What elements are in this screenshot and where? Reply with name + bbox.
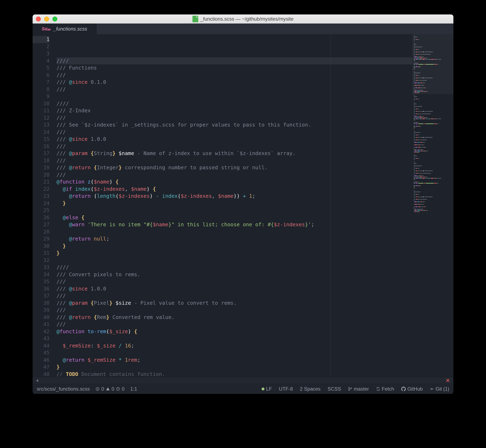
line-number[interactable]: 43 — [33, 335, 49, 342]
line-number[interactable]: 11 — [33, 107, 49, 114]
line-number[interactable]: 13 — [33, 121, 49, 129]
line-number[interactable]: 35 — [33, 278, 49, 285]
code-line[interactable]: } — [56, 364, 412, 371]
code-line[interactable]: /// — [56, 72, 412, 79]
line-number[interactable]: 9 — [33, 93, 49, 100]
code-line[interactable]: /// — [56, 278, 412, 285]
status-branch[interactable]: master — [348, 386, 369, 392]
close-window-button[interactable] — [36, 16, 41, 22]
line-number[interactable]: 24 — [33, 200, 49, 207]
code-line[interactable]: @function z($name) { — [56, 178, 412, 186]
status-line-ending[interactable]: LF — [262, 386, 272, 392]
line-number[interactable]: 7 — [33, 79, 49, 86]
maximize-window-button[interactable] — [52, 16, 57, 22]
code-line[interactable]: $_remSize: $_size / 16; — [56, 342, 412, 350]
line-number[interactable]: 31 — [33, 250, 49, 257]
line-number[interactable]: 42 — [33, 328, 49, 335]
line-number[interactable]: 36 — [33, 285, 49, 293]
code-line[interactable]: } — [56, 200, 412, 207]
code-line[interactable]: /// @since 0.1.0 — [56, 79, 412, 86]
code-line[interactable]: /// @return {Rem} Converted rem value. — [56, 314, 412, 321]
code-line[interactable]: /// — [56, 171, 412, 179]
code-line[interactable]: /// Functions — [56, 64, 412, 72]
code-line[interactable] — [56, 93, 412, 100]
code-line[interactable]: /// @since 1.0.0 — [56, 285, 412, 293]
code-line[interactable]: /// — [56, 86, 412, 93]
code-line[interactable]: /// — [56, 307, 412, 314]
code-line[interactable]: @return (length($z-indexes) - index($z-i… — [56, 193, 412, 200]
line-number[interactable]: 16 — [33, 143, 49, 150]
code-line[interactable]: @warn 'There is no item "#{$name}" in th… — [56, 221, 412, 228]
status-github[interactable]: GitHub — [401, 386, 423, 392]
line-number[interactable]: 22 — [33, 186, 49, 193]
line-number[interactable]: 34 — [33, 271, 49, 278]
tab-functions-scss[interactable]: Sα𝓈𝓈 _functions.scss — [33, 24, 96, 34]
line-number[interactable]: 25 — [33, 207, 49, 214]
code-line[interactable]: /// — [56, 292, 412, 300]
minimap[interactable] — [412, 34, 453, 377]
code-line[interactable]: /// Z-Index — [56, 107, 412, 114]
line-number[interactable]: 18 — [33, 157, 49, 164]
code-line[interactable]: /// @param {Pixel} $size - Pixel value t… — [56, 300, 412, 307]
add-pane-button[interactable]: + — [36, 377, 39, 384]
line-number[interactable]: 46 — [33, 357, 49, 364]
code-line[interactable]: /// Convert pixels to rems. — [56, 271, 412, 278]
line-number[interactable]: 12 — [33, 114, 49, 122]
line-number[interactable]: 6 — [33, 72, 49, 79]
close-pane-button[interactable]: ✕ — [446, 377, 450, 384]
status-grammar[interactable]: SCSS — [328, 386, 341, 392]
line-number[interactable]: 48 — [33, 371, 49, 378]
line-number[interactable]: 30 — [33, 243, 49, 250]
line-number[interactable]: 21 — [33, 178, 49, 186]
line-number[interactable]: 8 — [33, 86, 49, 93]
line-number[interactable]: 26 — [33, 214, 49, 221]
line-number[interactable]: 45 — [33, 349, 49, 357]
code-line[interactable]: } — [56, 243, 412, 250]
line-number[interactable]: 27 — [33, 221, 49, 228]
line-number[interactable]: 37 — [33, 292, 49, 300]
line-number[interactable]: 4 — [33, 57, 49, 65]
code-line[interactable] — [56, 349, 412, 357]
code-line[interactable]: @function to-rem($_size) { — [56, 328, 412, 335]
code-line[interactable]: @if index($z-indexes, $name) { — [56, 186, 412, 193]
line-number[interactable]: 5 — [33, 64, 49, 72]
line-number[interactable]: 32 — [33, 257, 49, 264]
code-line[interactable]: /// @param {String} $name - Name of z-in… — [56, 150, 412, 157]
code-line[interactable]: //// — [56, 57, 412, 65]
status-cursor-position[interactable]: 1:1 — [130, 386, 137, 392]
code-line[interactable] — [56, 207, 412, 214]
minimize-window-button[interactable] — [44, 16, 49, 22]
line-number[interactable]: 40 — [33, 314, 49, 321]
line-number[interactable]: 10 — [33, 100, 49, 107]
code-line[interactable]: /// — [56, 143, 412, 150]
code-editor[interactable]: /////// Functions////// @since 0.1.0/// … — [53, 34, 412, 377]
code-line[interactable] — [56, 228, 412, 236]
code-line[interactable] — [56, 257, 412, 264]
line-number[interactable]: 19 — [33, 164, 49, 171]
code-line[interactable]: @return $_remSize * 1rem; — [56, 357, 412, 364]
status-fetch[interactable]: Fetch — [376, 386, 394, 392]
code-line[interactable]: /// — [56, 114, 412, 122]
status-encoding[interactable]: UTF-8 — [279, 386, 293, 392]
code-line[interactable]: //// — [56, 264, 412, 271]
line-number[interactable]: 29 — [33, 235, 49, 243]
code-line[interactable]: // TODO Document contains function. — [56, 371, 412, 377]
line-number[interactable]: 14 — [33, 129, 49, 136]
code-line[interactable]: @return null; — [56, 235, 412, 243]
code-line[interactable]: /// See `$z-indexes` in _settings.scss f… — [56, 121, 412, 129]
line-number[interactable]: 17 — [33, 150, 49, 157]
line-number[interactable]: 3 — [33, 50, 49, 57]
line-number[interactable]: 39 — [33, 307, 49, 314]
line-number[interactable]: 20 — [33, 171, 49, 179]
line-number[interactable]: 28 — [33, 228, 49, 236]
code-line[interactable]: } — [56, 250, 412, 257]
line-number-gutter[interactable]: 1234567891011121314151617181920212223242… — [33, 34, 53, 377]
status-indent[interactable]: 2 Spaces — [300, 386, 321, 392]
line-number[interactable]: 1 — [33, 36, 49, 43]
code-line[interactable] — [56, 335, 412, 342]
line-number[interactable]: 23 — [33, 193, 49, 200]
code-line[interactable]: @else { — [56, 214, 412, 221]
code-line[interactable]: /// @since 1.0.0 — [56, 136, 412, 143]
code-line[interactable]: /// — [56, 157, 412, 164]
minimap-viewport[interactable] — [412, 34, 453, 94]
